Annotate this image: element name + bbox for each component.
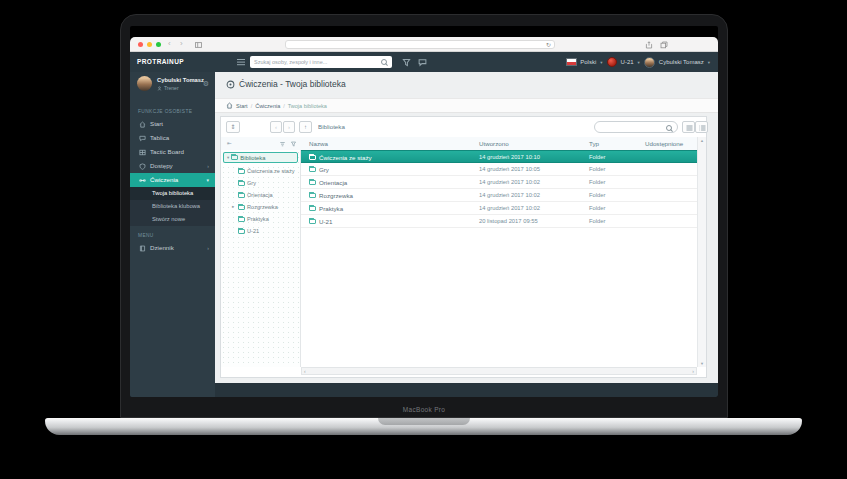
up-level-button[interactable]: ↑	[299, 121, 312, 133]
chevron-down-icon: ▾	[638, 60, 640, 65]
section-icon	[226, 80, 235, 89]
column-header-name[interactable]: Nazwa	[309, 137, 328, 150]
row-created: 14 grudzień 2017 10:02	[479, 176, 540, 189]
tree-item-rozgrzewka[interactable]: ▸ Rozgrzewka	[221, 201, 300, 213]
nav-back-button[interactable]: ‹	[270, 121, 282, 133]
horizontal-scrollbar[interactable]: ‹ ›	[301, 367, 697, 375]
sidebar: Cybulski Tomasz Trener ⚙ FUNKCJE OSOBIST…	[130, 72, 215, 397]
row-created: 14 grudzień 2017 10:02	[479, 202, 540, 215]
minimize-window-button[interactable]	[147, 42, 152, 47]
table-row[interactable]: Gry 14 grudzień 2017 10:05 Folder	[301, 163, 699, 176]
submenu-item-biblioteka-klubowa[interactable]: Biblioteka klubowa	[130, 200, 215, 213]
folder-icon	[238, 217, 245, 222]
sort-icon[interactable]	[279, 141, 286, 147]
address-input[interactable]	[289, 41, 539, 48]
chat-icon[interactable]	[418, 58, 427, 67]
library-search[interactable]	[594, 121, 678, 133]
tree-item-gry[interactable]: Gry	[221, 177, 300, 189]
submenu-item-stworz-nowe[interactable]: Stwórz nowe	[130, 213, 215, 226]
avatar	[137, 76, 152, 91]
column-header-created[interactable]: Utworzono	[479, 137, 509, 150]
tree-item-praktyka[interactable]: Praktyka	[221, 213, 300, 225]
scroll-up-icon[interactable]: ▲	[698, 138, 706, 143]
tree-item-cwiczenia-ze-stazy[interactable]: Ćwiczenia ze staży	[221, 165, 300, 177]
filter-icon[interactable]	[290, 141, 297, 147]
column-header-type[interactable]: Typ	[589, 137, 599, 150]
zoom-window-button[interactable]	[156, 42, 161, 47]
browser-forward-button[interactable]: ›	[180, 37, 183, 52]
journal-icon	[139, 245, 146, 252]
collapse-tree-icon[interactable]: ⇤	[227, 137, 232, 150]
vertical-scrollbar[interactable]: ▲ ▼	[697, 137, 706, 367]
browser-back-button[interactable]: ‹	[168, 37, 171, 52]
chevron-down-icon: ▾	[600, 60, 602, 65]
row-created: 14 grudzień 2017 10:05	[479, 163, 540, 176]
scroll-left-icon[interactable]: ‹	[304, 368, 306, 374]
chevron-down-icon: ▾	[206, 173, 209, 187]
close-window-button[interactable]	[138, 42, 143, 47]
club-crest-icon	[607, 57, 617, 67]
browser-address-bar[interactable]: ↻	[285, 40, 555, 49]
scroll-right-icon[interactable]: ›	[692, 368, 694, 374]
collapse-rows-button[interactable]: ⇕	[226, 121, 240, 133]
sidebar-item-tactic-board[interactable]: Tactic Board	[130, 145, 215, 159]
row-name: U-21	[319, 215, 332, 228]
exercises-icon	[139, 177, 146, 184]
library-search-input[interactable]	[601, 123, 661, 131]
breadcrumb-start[interactable]: Start	[236, 103, 248, 109]
laptop-base	[45, 418, 802, 435]
table-row[interactable]: Rozgrzewka 14 grudzień 2017 10:02 Folder	[301, 189, 699, 202]
user-menu[interactable]: Cybulski Tomasz	[659, 59, 704, 65]
folder-icon	[238, 229, 245, 234]
page-title: Ćwiczenia - Twoja biblioteka	[226, 79, 346, 89]
caret-right-icon[interactable]: ▸	[232, 201, 234, 213]
menu-toggle-icon[interactable]	[237, 59, 245, 60]
folder-icon	[231, 155, 238, 160]
sidebar-item-dziennik[interactable]: Dziennik ›	[130, 241, 215, 255]
folder-icon	[309, 155, 316, 160]
sidebar-item-cwiczenia[interactable]: Ćwiczenia ▾	[130, 173, 215, 187]
tree-item-orientacja[interactable]: Orientacja	[221, 189, 300, 201]
nav-forward-button[interactable]: ›	[283, 121, 295, 133]
library-panel: ⇕ ‹ › ↑ Biblioteka	[220, 116, 707, 378]
table-row[interactable]: Orientacja 14 grudzień 2017 10:02 Folder	[301, 176, 699, 189]
app-logo[interactable]: PROTRAINUP	[137, 52, 184, 72]
tabs-icon[interactable]	[660, 41, 668, 49]
language-selector[interactable]: Polski	[580, 59, 596, 65]
sidebar-item-tablica[interactable]: Tablica	[130, 131, 215, 145]
scroll-down-icon[interactable]: ▼	[698, 361, 706, 366]
row-type: Folder	[589, 189, 605, 202]
tree-item-label: Ćwiczenia ze staży	[247, 165, 295, 177]
tree-item-u21[interactable]: U-21	[221, 225, 300, 237]
laptop-bezel: ‹ › ↻ PROTRAINUP	[120, 14, 728, 418]
view-list-button[interactable]	[682, 121, 695, 133]
view-detail-button[interactable]	[695, 121, 708, 133]
person-icon	[157, 86, 162, 91]
global-search[interactable]	[250, 56, 392, 68]
row-type: Folder	[589, 202, 605, 215]
table-row[interactable]: Praktyka 14 grudzień 2017 10:02 Folder	[301, 202, 699, 215]
tree-item-label: Orientacja	[247, 189, 273, 201]
sidebar-item-start[interactable]: Start	[130, 117, 215, 131]
share-icon[interactable]	[645, 41, 653, 49]
row-type: Folder	[589, 215, 605, 228]
chevron-right-icon: ›	[207, 241, 209, 255]
team-selector[interactable]: U-21	[621, 59, 634, 65]
table-row[interactable]: U-21 20 listopad 2017 09:55 Folder	[301, 215, 699, 228]
chevron-right-icon: ›	[207, 159, 209, 173]
sidebar-item-dostepy[interactable]: Dostępy ›	[130, 159, 215, 173]
filter-icon[interactable]	[402, 58, 411, 67]
submenu-item-twoja-biblioteka[interactable]: Twoja biblioteka	[130, 187, 215, 200]
refresh-icon[interactable]: ↻	[546, 41, 551, 49]
app-body: Cybulski Tomasz Trener ⚙ FUNKCJE OSOBIST…	[130, 72, 718, 397]
global-search-input[interactable]	[254, 57, 372, 66]
breadcrumb-cwiczenia[interactable]: Ćwiczenia	[255, 103, 280, 109]
sidebar-toggle-icon[interactable]	[194, 41, 203, 49]
column-header-shared[interactable]: Udostępnione	[645, 137, 683, 150]
tree-item-biblioteka[interactable]: ▾ Biblioteka	[223, 152, 298, 163]
caret-down-icon[interactable]: ▾	[227, 153, 229, 163]
table-row[interactable]: Ćwiczenia ze staży 14 grudzień 2017 10:1…	[301, 150, 699, 163]
gear-icon[interactable]: ⚙	[203, 80, 209, 88]
row-type: Folder	[589, 163, 605, 176]
tree-item-label: Gry	[247, 177, 256, 189]
